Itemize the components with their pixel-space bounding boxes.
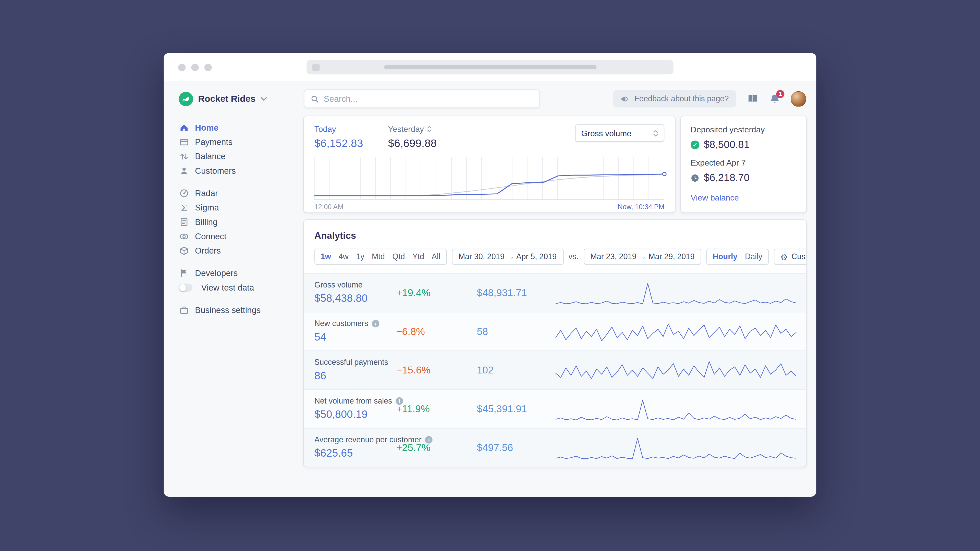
- sigma-icon: [179, 203, 189, 213]
- sidebar-item-label: Sigma: [195, 203, 219, 213]
- info-icon[interactable]: i: [372, 320, 379, 327]
- main-content: Feedback about this page? 1: [304, 81, 816, 497]
- metric-label: Gross volume: [314, 281, 363, 289]
- metric-delta: +25.7%: [396, 442, 477, 453]
- sidebar-item-balance[interactable]: Balance: [179, 149, 304, 164]
- sidebar-item-billing[interactable]: Billing: [179, 215, 304, 229]
- metric-compare-value: $45,391.91: [477, 403, 556, 414]
- sidebar-item-payments[interactable]: Payments: [179, 135, 304, 149]
- gear-icon: ⚙: [780, 253, 788, 261]
- sidebar-item-label: Balance: [195, 152, 226, 161]
- credit-card-icon: [179, 138, 189, 147]
- topbar: Feedback about this page? 1: [304, 81, 806, 116]
- sidebar-item-customers[interactable]: Customers: [179, 164, 304, 178]
- invoice-icon: [179, 218, 189, 227]
- range-qtd[interactable]: Qtd: [389, 252, 409, 261]
- range-all[interactable]: All: [428, 252, 444, 261]
- metric-compare-value: 102: [477, 365, 556, 376]
- search-box[interactable]: [304, 89, 540, 108]
- window-maximize-button[interactable]: [204, 64, 212, 71]
- overview-chart: [314, 157, 664, 200]
- sidebar-item-label: Orders: [195, 246, 221, 256]
- sidebar-item-business-settings[interactable]: Business settings: [179, 303, 304, 318]
- sidebar-item-orders[interactable]: Orders: [179, 244, 304, 258]
- metric-label: Net volume from sales: [314, 397, 392, 405]
- flag-icon: [179, 268, 189, 278]
- today-label: Today: [314, 124, 363, 134]
- expected-label: Expected Apr 7: [690, 158, 796, 168]
- metric-value: $50,800.19: [314, 409, 396, 421]
- desktop: Rocket Rides Home Payments Balance: [0, 0, 980, 551]
- current-period-picker[interactable]: Mar 30, 2019 → Apr 5, 2019: [452, 249, 563, 265]
- metric-delta: −15.6%: [396, 365, 477, 376]
- feedback-button[interactable]: Feedback about this page?: [613, 90, 736, 108]
- brand-name: Rocket Rides: [198, 94, 256, 103]
- search-input[interactable]: [324, 94, 533, 103]
- metric-label: Successful payments: [314, 358, 388, 367]
- overview-row: Today $6,152.83 Yesterday $6,699.88: [304, 116, 806, 213]
- sidebar-item-label: Radar: [195, 189, 218, 198]
- range-ytd[interactable]: Ytd: [409, 252, 428, 261]
- sidebar-item-label: View test data: [201, 283, 254, 292]
- test-data-toggle[interactable]: [179, 284, 192, 292]
- view-test-data-toggle-row: View test data: [179, 281, 304, 295]
- metric-row-successful-payments: Successful payments 86 −15.6% 102: [304, 351, 806, 389]
- range-1y[interactable]: 1y: [352, 252, 368, 261]
- connect-rings-icon: [179, 232, 189, 241]
- metric-compare-value: $48,931.71: [477, 287, 556, 298]
- vs-label: vs.: [569, 252, 579, 261]
- metric-sparkline: [555, 435, 796, 460]
- browser-window: Rocket Rides Home Payments Balance: [164, 53, 816, 497]
- sidebar-item-label: Payments: [195, 138, 232, 147]
- metric-compare-value: 58: [477, 326, 556, 337]
- view-balance-link[interactable]: View balance: [690, 193, 739, 203]
- overview-chart-axis: 12:00 AM Now, 10:34 PM: [314, 203, 664, 210]
- address-bar[interactable]: [307, 60, 673, 74]
- sidebar-item-developers[interactable]: Developers: [179, 266, 304, 280]
- briefcase-icon: [179, 306, 189, 315]
- chevron-down-icon: [261, 97, 267, 101]
- sidebar-item-sigma[interactable]: Sigma: [179, 200, 304, 215]
- yesterday-stat: Yesterday $6,699.88: [388, 124, 437, 150]
- radar-icon: [179, 189, 189, 198]
- url-placeholder: [384, 65, 597, 69]
- docs-button[interactable]: [747, 94, 759, 103]
- metric-sparkline: [555, 396, 796, 421]
- sidebar-nav: Home Payments Balance Customers: [179, 121, 304, 318]
- compare-period-picker[interactable]: Mar 23, 2019 → Mar 29, 2019: [584, 249, 701, 265]
- user-avatar[interactable]: [791, 91, 806, 106]
- deposited-value: $8,500.81: [704, 139, 750, 151]
- clock-icon: [690, 173, 699, 182]
- range-segmented-control: 1w 4w 1y Mtd Qtd Ytd All: [314, 249, 447, 265]
- range-mtd[interactable]: Mtd: [368, 252, 388, 261]
- metric-value: $58,438.80: [314, 292, 396, 305]
- sort-chevrons-icon[interactable]: [427, 125, 432, 132]
- metric-select[interactable]: Gross volume: [575, 124, 664, 142]
- analytics-controls: 1w 4w 1y Mtd Qtd Ytd All Mar 30, 2019 → …: [314, 249, 796, 265]
- metric-value: 86: [314, 370, 396, 383]
- range-4w[interactable]: 4w: [335, 252, 352, 261]
- sidebar-item-connect[interactable]: Connect: [179, 229, 304, 244]
- sidebar-item-label: Customers: [195, 166, 236, 176]
- granularity-daily[interactable]: Daily: [741, 252, 766, 261]
- home-icon: [179, 123, 189, 132]
- account-switcher[interactable]: Rocket Rides: [179, 81, 304, 116]
- granularity-hourly[interactable]: Hourly: [709, 252, 741, 261]
- nav-group-divider: [179, 178, 304, 186]
- metric-row-new-customers: New customersi 54 −6.8% 58: [304, 312, 806, 351]
- sidebar-item-home[interactable]: Home: [179, 121, 304, 135]
- customize-button[interactable]: ⚙ Customize: [773, 249, 806, 265]
- sidebar-item-radar[interactable]: Radar: [179, 186, 304, 200]
- notifications-button[interactable]: 1: [770, 94, 780, 104]
- window-close-button[interactable]: [178, 64, 186, 71]
- compare-period-label: Mar 23, 2019 → Mar 29, 2019: [590, 252, 694, 261]
- notification-badge: 1: [776, 89, 784, 98]
- metric-label: New customers: [314, 319, 368, 328]
- customize-label: Customize: [791, 252, 806, 261]
- window-minimize-button[interactable]: [191, 64, 199, 71]
- analytics-card: Analytics 1w 4w 1y Mtd Qtd Ytd All: [304, 220, 806, 467]
- sidebar: Rocket Rides Home Payments Balance: [164, 81, 304, 497]
- granularity-segmented-control: Hourly Daily: [706, 249, 768, 265]
- megaphone-icon: [620, 95, 629, 103]
- range-1w[interactable]: 1w: [317, 252, 335, 261]
